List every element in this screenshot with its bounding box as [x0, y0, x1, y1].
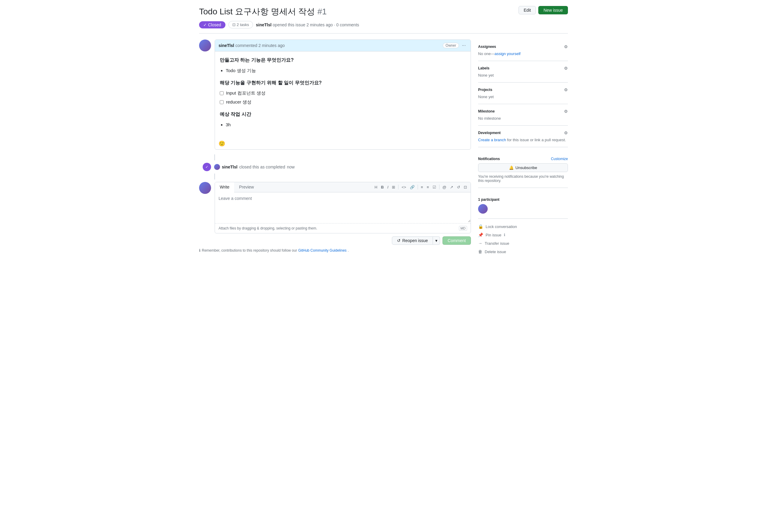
development-section: Development ⚙ Create a branch for this i… [478, 126, 568, 147]
time-estimate: 3h [226, 121, 466, 128]
assignees-title: Assignees [478, 45, 496, 49]
assignees-value: No one—assign yourself [478, 51, 568, 56]
projects-section: Projects ⚙ None yet [478, 83, 568, 104]
fullscreen-btn[interactable]: ⊡ [463, 184, 468, 190]
lock-conversation-label: Lock conversation [486, 224, 517, 229]
unsubscribe-label: Unsubscribe [516, 165, 537, 170]
assignees-header: Assignees ⚙ [478, 44, 568, 49]
guidelines-link[interactable]: GitHub Community Guidelines [298, 248, 346, 253]
comment-button[interactable]: Comment [443, 236, 471, 245]
comment-header-right: Owner ··· [443, 42, 467, 49]
assignees-section: Assignees ⚙ No one—assign yourself [478, 39, 568, 61]
reopen-dropdown-button[interactable]: ▾ [433, 236, 440, 245]
status-badge: ✓ Closed [199, 21, 225, 28]
labels-gear-button[interactable]: ⚙ [564, 66, 568, 71]
reopen-button-label: Reopen issue [403, 238, 428, 243]
ol-btn[interactable]: ≡ [426, 184, 430, 190]
italic-btn[interactable]: I [386, 184, 390, 190]
labels-value: None yet [478, 73, 568, 77]
milestone-title: Milestone [478, 109, 495, 113]
ref-btn[interactable]: ↗ [449, 184, 455, 190]
reopen-issue-button[interactable]: ↺ Reopen issue [392, 236, 433, 245]
comment-header: sineTlsl commented 2 minutes ago Owner ·… [215, 40, 471, 51]
tasks-icon: ⊡ [232, 22, 236, 27]
issue-meta: ✓ Closed ⊡ 2 tasks sineTlsl opened this … [199, 21, 568, 28]
md-icon: MD [459, 226, 467, 231]
edit-button[interactable]: Edit [519, 6, 536, 14]
task-checkbox-2[interactable] [220, 100, 224, 104]
milestone-gear-button[interactable]: ⚙ [564, 109, 568, 114]
reopen-button-group: ↺ Reopen issue ▾ [392, 236, 441, 245]
development-gear-button[interactable]: ⚙ [564, 130, 568, 135]
task-label-1: Input 컴포넌트 생성 [226, 89, 265, 97]
labels-header: Labels ⚙ [478, 66, 568, 71]
timeline-event-content: sineTlsl closed this as completed now [214, 164, 294, 170]
ul-btn[interactable]: ≡ [420, 184, 425, 190]
issue-header: Todo List 요구사항 명세서 작성 #1 Edit New issue [199, 6, 568, 17]
transfer-issue-action[interactable]: → Transfer issue [478, 240, 568, 246]
preview-tab[interactable]: Preview [234, 182, 259, 192]
tasks-badge: ⊡ 2 tasks [228, 21, 253, 28]
milestone-header: Milestone ⚙ [478, 109, 568, 114]
toolbar-divider-3 [439, 185, 440, 189]
create-branch-link[interactable]: Create a branch [478, 138, 506, 142]
notifications-description: You're receiving notifications because y… [478, 174, 568, 183]
mention-btn[interactable]: @ [441, 184, 448, 190]
customize-link[interactable]: Customize [551, 157, 568, 161]
lock-conversation-action[interactable]: 🔒 Lock conversation [478, 224, 568, 229]
comment-form-container: Write Preview H B I ⊞ <> 🔗 [215, 182, 471, 245]
reply-btn[interactable]: ↺ [456, 184, 461, 190]
comment-header-left: sineTlsl commented 2 minutes ago [218, 43, 285, 48]
delete-issue-action[interactable]: 🗑 Delete issue [478, 249, 568, 255]
code-btn[interactable]: <> [400, 184, 407, 190]
lock-icon: 🔒 [478, 224, 483, 229]
main-layout: sineTlsl commented 2 minutes ago Owner ·… [199, 39, 568, 255]
quote-btn[interactable]: ⊞ [391, 184, 397, 190]
projects-gear-button[interactable]: ⚙ [564, 87, 568, 92]
transfer-issue-label: Transfer issue [485, 241, 509, 246]
issue-title: Todo List 요구사항 명세서 작성 #1 [199, 6, 514, 17]
comment-author[interactable]: sineTlsl [218, 43, 234, 48]
assignees-gear-button[interactable]: ⚙ [564, 44, 568, 49]
assign-yourself-link[interactable]: assign yourself [495, 51, 521, 56]
notifications-title: Notifications [478, 157, 500, 161]
header-buttons: Edit New issue [519, 6, 568, 14]
link-btn[interactable]: 🔗 [409, 184, 416, 190]
comment-box: sineTlsl commented 2 minutes ago Owner ·… [215, 39, 471, 150]
more-options-button[interactable]: ··· [461, 42, 467, 49]
reopen-icon: ↺ [397, 238, 401, 243]
form-actions: ↺ Reopen issue ▾ Comment [215, 236, 471, 245]
delete-icon: 🗑 [478, 249, 482, 254]
task-checkbox-1[interactable] [220, 91, 224, 95]
emoji-button[interactable]: 🙂 [218, 140, 225, 147]
comment-footer: 🙂 [215, 138, 471, 149]
projects-title: Projects [478, 88, 492, 92]
participant-avatar [478, 204, 488, 214]
timeline-author[interactable]: sineTlsl [222, 165, 237, 169]
attach-area: Attach files by dragging & dropping, sel… [215, 223, 471, 233]
comment-list1: Todo 생성 기능 [226, 67, 466, 74]
development-link-desc: for this issue or link a pull request. [506, 138, 566, 142]
pin-issue-action[interactable]: 📌 Pin issue ℹ [478, 232, 568, 238]
comment-input[interactable] [215, 192, 471, 222]
comment-list3: 3h [226, 121, 466, 128]
bell-icon: 🔔 [509, 165, 514, 170]
new-issue-button[interactable]: New issue [538, 6, 568, 14]
heading-btn[interactable]: H [373, 184, 378, 190]
notifications-header: Notifications Customize [478, 157, 568, 161]
toolbar: H B I ⊞ <> 🔗 ≡ ≡ ☑ [371, 182, 471, 192]
milestone-value: No milestone [478, 116, 568, 121]
development-header: Development ⚙ [478, 130, 568, 135]
task-list-btn[interactable]: ☑ [432, 184, 438, 190]
comment-tabs: Write Preview H B I ⊞ <> 🔗 [215, 182, 471, 192]
bold-btn[interactable]: B [379, 184, 385, 190]
write-tab[interactable]: Write [215, 182, 234, 192]
pin-issue-label: Pin issue [486, 233, 502, 237]
unsubscribe-button[interactable]: 🔔 Unsubscribe [478, 163, 568, 172]
timeline-avatar [214, 164, 220, 170]
transfer-icon: → [478, 241, 482, 246]
author-link[interactable]: sineTlsl [256, 22, 271, 27]
labels-title: Labels [478, 66, 490, 70]
header-divider [199, 33, 568, 34]
guidelines-period: . [348, 248, 349, 253]
